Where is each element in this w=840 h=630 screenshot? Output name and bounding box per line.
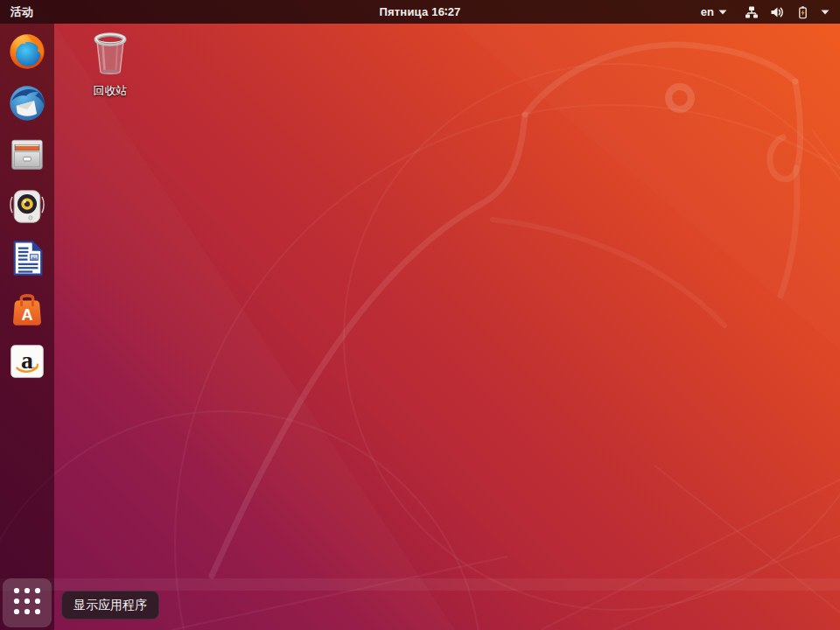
network-wired-icon [745,5,759,19]
svg-text:A: A [21,306,32,324]
battery-charging-icon [795,5,809,19]
activities-button[interactable]: 活动 [0,0,44,24]
trash-icon [91,32,130,81]
show-apps-button[interactable] [3,578,52,627]
amazon-icon: a [7,341,47,382]
ubuntu-desktop: 活动 Пятница 16∶27 en [0,0,840,630]
top-bar: 活动 Пятница 16∶27 en [0,0,840,24]
volume-icon [770,5,784,19]
ubuntu-software-icon: A [7,290,47,330]
svg-text:a: a [21,346,33,373]
chevron-down-icon [718,10,727,15]
dock-item-amazon[interactable]: a [0,335,54,387]
show-apps-tooltip: 显示应用程序 [61,591,159,620]
dock-item-ubuntu-software[interactable]: A [0,284,54,335]
firefox-icon [7,32,47,72]
system-status-area: en [692,0,835,24]
trash-desktop-icon[interactable]: 回收站 [85,32,136,99]
apps-grid-icon [13,587,41,619]
dock-item-libreoffice-writer[interactable] [0,232,54,284]
language-menu[interactable]: en [692,0,736,24]
thunderbird-icon [7,83,47,123]
language-label: en [701,5,714,18]
rhythmbox-icon [7,186,47,227]
libreoffice-writer-icon [7,238,47,278]
clock-calendar-button[interactable]: Пятница 16∶27 [370,0,469,24]
files-icon [7,135,47,175]
system-menu[interactable] [736,0,835,24]
dock-item-thunderbird[interactable] [0,77,54,129]
trash-label: 回收站 [85,83,136,99]
dock-item-rhythmbox[interactable] [0,180,54,232]
dock: A a [0,24,54,630]
chevron-down-icon [821,10,830,15]
dock-item-files[interactable] [0,129,54,180]
dock-item-firefox[interactable] [0,25,54,77]
